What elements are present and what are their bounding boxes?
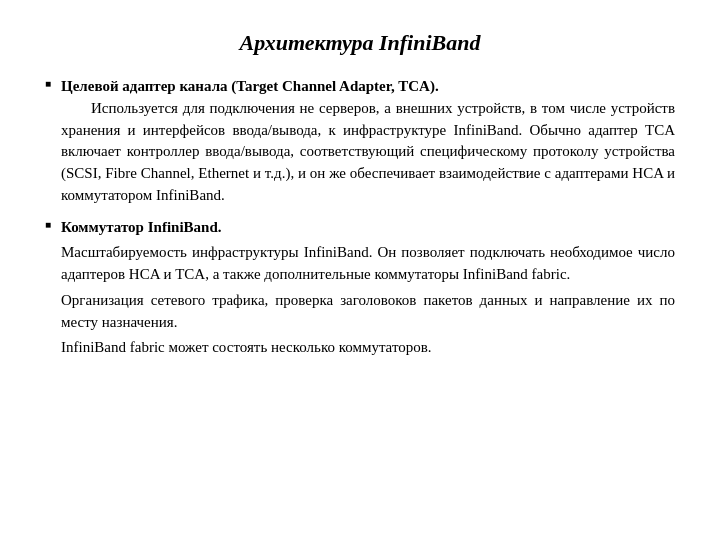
content-area: ■ Целевой адаптер канала (Target Channel…: [45, 76, 675, 510]
list-item-switch: ■ Коммутатор InfiniBand. Масштабируемост…: [45, 217, 675, 360]
switch-paragraph-1: Масштабируемость инфраструктуры InfiniBa…: [61, 242, 675, 286]
tca-content: Целевой адаптер канала (Target Channel A…: [61, 76, 675, 207]
list-item-tca: ■ Целевой адаптер канала (Target Channel…: [45, 76, 675, 207]
switch-content: Коммутатор InfiniBand. Масштабируемость …: [61, 217, 675, 360]
switch-paragraph-2: Организация сетевого трафика, проверка з…: [61, 290, 675, 334]
page: Архитектура InfiniBand ■ Целевой адаптер…: [0, 0, 720, 540]
switch-header: Коммутатор InfiniBand.: [61, 219, 222, 235]
tca-paragraph: Используется для подключения не серверов…: [61, 98, 675, 207]
bullet-icon: ■: [45, 78, 61, 89]
main-list: ■ Целевой адаптер канала (Target Channel…: [45, 76, 675, 359]
bullet-icon-2: ■: [45, 219, 61, 230]
switch-paragraph-3: InfiniBand fabric может состоять несколь…: [61, 337, 675, 359]
tca-header: Целевой адаптер канала (Target Channel A…: [61, 78, 439, 94]
page-title: Архитектура InfiniBand: [45, 30, 675, 56]
